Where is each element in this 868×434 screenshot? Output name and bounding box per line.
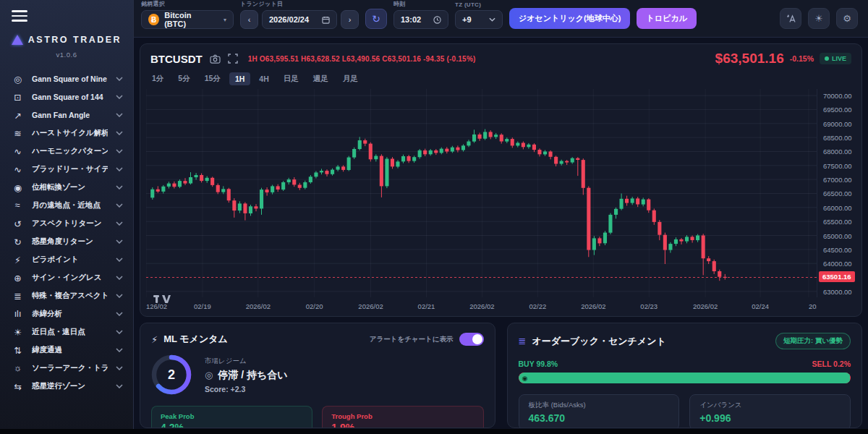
timeframe-button-4H[interactable]: 4H [253,72,274,85]
hamburger-menu-icon[interactable] [12,10,27,25]
content-area: BTCUSDT 1H O63,595.51 H63,628.52 L63,490… [134,38,868,434]
fullscreen-button[interactable] [228,54,238,64]
sidebar-item-harmonic-pattern[interactable]: ∿ハーモニックパターン [0,142,133,161]
price-axis[interactable]: 70000.0069500.0069000.0068500.0068000.00… [817,89,861,297]
time-input[interactable]: 13:02 [393,10,448,29]
next-day-button[interactable]: › [341,10,359,29]
time-axis[interactable]: 126/0202/192026/0202/202026/0202/212026/… [146,297,817,316]
clock-icon [433,16,441,24]
price-tick-label: 67000.00 [823,176,852,184]
price-tick-label: 64000.00 [823,260,852,268]
time-tick-label: 2026/02 [246,302,271,310]
settings-button[interactable]: ⚙ [836,8,858,29]
timeframe-button-1分[interactable]: 1分 [146,72,169,86]
timeframe-button-日足[interactable]: 日足 [278,72,305,86]
tropical-button[interactable]: トロピカル [637,8,696,29]
price-tick-label: 67500.00 [823,162,852,170]
peak-prob-label: Peak Prob [161,412,303,420]
momentum-gauge: 2 [151,354,192,395]
chart-symbol: BTCUSDT [150,53,203,65]
chart-panel: BTCUSDT 1H O63,595.51 H63,628.52 L63,490… [140,43,862,317]
layers-icon: ≣ [12,291,24,302]
live-dot-icon [825,56,829,61]
chevron-down-icon [116,113,123,117]
target-icon: ◎ [205,370,213,380]
timeframe-button-15分[interactable]: 15分 [199,72,226,86]
sidebar-item-gann-fan-angle[interactable]: ↗Gann Fan Angle [0,106,133,124]
chevron-down-icon [116,276,123,280]
chevron-down-icon [116,221,123,226]
price-tick-label: 65000.00 [823,232,852,240]
pulse-icon: ∿ [12,164,24,175]
symbol-select[interactable]: Ƀ Bitcoin (BTC) ▾ [141,10,234,29]
timeframe-button-1H[interactable]: 1H [229,72,250,85]
arrows-updown-icon: ⇅ [12,345,24,356]
sidebar-item-label: サイン・イングレス [32,273,101,283]
sidebar-item-special-composite-aspect[interactable]: ≣特殊・複合アスペクト [0,287,133,305]
time-tick-label: 2026/02 [358,302,383,310]
peak-prob-value: 4.2% [161,422,303,428]
imbalance-label: インバランス [699,401,841,410]
timeframe-button-月足[interactable]: 月足 [337,72,364,86]
sidebar-item-gann-square-of-144[interactable]: ⊡Gann Square of 144 [0,88,133,106]
app-window: ASTRO TRADER v1.0.6 ◎Gann Square of Nine… [0,0,868,434]
sidebar-item-planet-angle-return[interactable]: ↻惑星角度リターン [0,233,133,251]
symbol-field: 銘柄選択 Ƀ Bitcoin (BTC) ▾ [141,0,234,29]
timezone-select[interactable]: +9 [455,10,503,29]
sidebar-item-aspect-return[interactable]: ↺アスペクトリターン [0,215,133,233]
ratio-label: 板比率 (Bids/Asks) [529,401,670,410]
sidebar-item-planet-retrograde-zone[interactable]: ⇆惑星逆行ゾーン [0,378,133,396]
sidebar-item-label: ブラッドリー・サイデログラフ [32,164,108,174]
timeframe-button-週足[interactable]: 週足 [307,72,334,86]
sidebar-item-label: 月の遠地点・近地点 [32,200,101,210]
price-tick-label: 68500.00 [823,134,852,142]
alert-toggle-label: アラートをチャートに表示 [370,335,454,344]
chevron-down-icon [116,366,123,370]
orderbook-panel-title: オーダーブック・センチメント [532,335,665,348]
circle-dot-icon: ◉ [12,182,24,193]
sidebar-item-declination-analysis[interactable]: ılı赤緯分析 [0,305,133,323]
chevron-down-icon [116,185,123,190]
live-badge: LIVE [820,53,851,64]
sidebar-item-label: Gann Fan Angle [32,111,90,119]
bar-chart-icon: ılı [12,309,24,319]
alert-toggle[interactable] [459,333,484,346]
time-tick-label: 02/21 [418,302,435,310]
sidebar-item-gann-square-of-nine[interactable]: ◎Gann Square of Nine [0,70,133,88]
imbalance-box: インバランス +0.996 [689,394,851,428]
rotate-ccw-icon: ↺ [12,218,24,229]
date-input[interactable]: 2026/02/24 [262,10,337,29]
ml-panel-title: ML モメンタム [163,333,228,346]
timeframe-button-5分[interactable]: 5分 [172,72,195,86]
sidebar-item-hurst-cycle[interactable]: ≋ハーストサイクル解析 [0,124,133,142]
chevron-down-icon [116,348,123,352]
sidebar-item-lunar-apogee-perigee[interactable]: ≈月の遠地点・近地点 [0,197,133,215]
sidebar-item-phase-transition-zone[interactable]: ◉位相転換ゾーン [0,179,133,197]
sidebar-item-latitude-passage[interactable]: ⇅緯度通過 [0,341,133,359]
chart-plot[interactable] [146,89,817,297]
arrow-circle-icon: ⊕ [12,273,24,284]
sidebar-item-bradley-siderograph[interactable]: ∿ブラッドリー・サイデログラフ [0,161,133,179]
theme-toggle-button[interactable]: ☀ [808,8,830,29]
refresh-button[interactable]: ↻ [365,9,387,29]
price-tick-label: 70000.00 [823,92,852,100]
zap-icon: ⚡ [151,334,158,345]
sidebar-item-perihelion-aphelion[interactable]: ☀近日点・遠日点 [0,323,133,341]
prev-day-button[interactable]: ‹ [240,10,258,29]
transit-date-field: トランジット日 ‹ 2026/02/24 › [240,0,359,29]
sidebar-item-sign-ingress[interactable]: ⊕サイン・イングレス [0,269,133,287]
screenshot-button[interactable] [210,54,221,64]
geocentric-button[interactable]: ジオセントリック(地球中心) [509,8,630,29]
sidebar-item-solar-arc-transit[interactable]: ☼ソーラーアーク・トランジット [0,359,133,378]
language-button[interactable] [780,8,801,29]
time-tick-label: 2026/02 [581,302,605,310]
sidebar: ASTRO TRADER v1.0.6 ◎Gann Square of Nine… [0,0,134,434]
candlestick-chart [146,89,817,297]
transit-date-label: トランジット日 [240,0,359,8]
sun-icon: ☀ [12,327,24,338]
sidebar-item-pillar-point[interactable]: ⚡ピラポイント [0,251,133,269]
chevron-down-icon [116,384,123,388]
timezone-field: TZ (UTC) +9 [455,1,503,29]
dropdown-caret-icon: ▾ [224,17,226,23]
gear-icon: ⚙ [843,13,851,24]
